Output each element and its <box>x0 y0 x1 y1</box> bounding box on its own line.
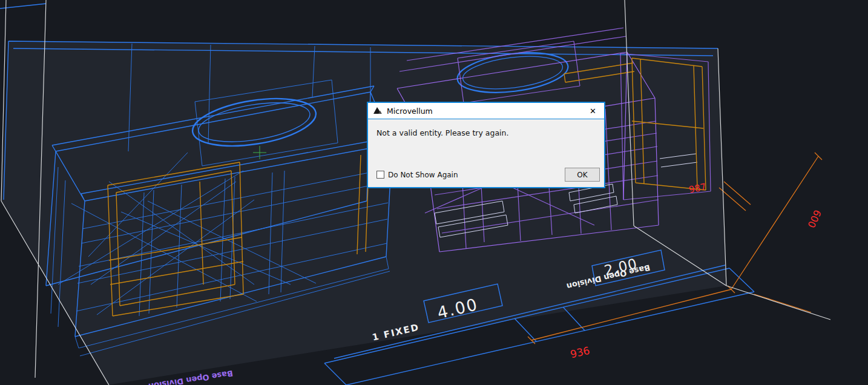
microvellum-dialog: Microvellum ✕ Not a valid entity. Please… <box>367 102 605 188</box>
do-not-show-again-row[interactable]: Do Not Show Again <box>376 171 458 179</box>
cad-viewport[interactable]: 1 FIXED 4.00 2.00 Base Open Division Bas… <box>0 0 868 385</box>
wall-face <box>1 41 726 385</box>
do-not-show-again-checkbox[interactable] <box>376 171 384 179</box>
close-icon[interactable]: ✕ <box>585 105 600 117</box>
wireframe-3d-view <box>0 0 868 385</box>
dialog-footer: Do Not Show Again OK <box>376 168 600 182</box>
dialog-titlebar[interactable]: Microvellum ✕ <box>368 103 604 119</box>
ok-button[interactable]: OK <box>565 168 600 182</box>
dialog-title: Microvellum <box>387 107 581 116</box>
microvellum-logo-icon <box>373 106 383 116</box>
dialog-body: Not a valid entity. Please try again. Do… <box>368 119 604 187</box>
dialog-message: Not a valid entity. Please try again. <box>368 119 604 137</box>
do-not-show-again-label: Do Not Show Again <box>388 171 458 179</box>
